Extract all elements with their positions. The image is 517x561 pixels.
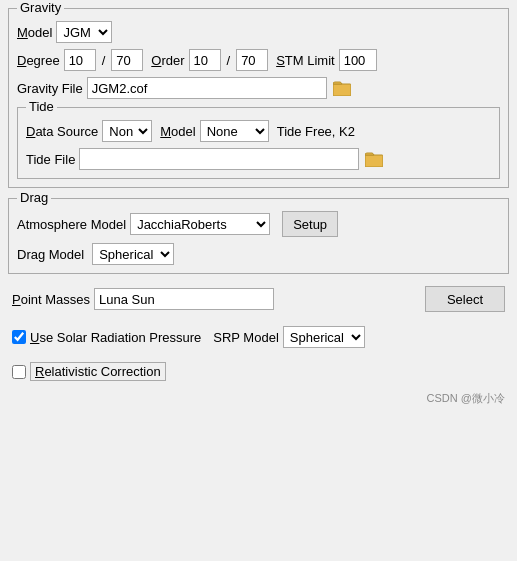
drag-model-row: Drag Model SphericalBox Wing: [17, 243, 500, 265]
tide-file-input[interactable]: [79, 148, 359, 170]
drag-group: Drag Atmosphere Model JacchiaRobertsNRLM…: [8, 198, 509, 274]
tide-datasource-row: Data Source NonFile Model NoneModel1 Tid…: [26, 120, 491, 142]
gravity-order-label: Order: [151, 53, 184, 68]
gravity-order-input[interactable]: [189, 49, 221, 71]
gravity-file-input[interactable]: [87, 77, 327, 99]
point-masses-select-button[interactable]: Select: [425, 286, 505, 312]
drag-setup-button[interactable]: Setup: [282, 211, 338, 237]
point-masses-label: Point Masses: [12, 292, 90, 307]
svg-rect-0: [333, 84, 351, 96]
drag-atmosphere-select[interactable]: JacchiaRobertsNRLMSISEJacchia71: [130, 213, 270, 235]
drag-group-label: Drag: [17, 190, 51, 205]
gravity-file-row: Gravity File: [17, 77, 500, 99]
drag-model-select[interactable]: SphericalBox Wing: [92, 243, 174, 265]
gravity-model-label: Model: [17, 25, 52, 40]
tide-file-row: Tide File: [26, 148, 491, 170]
slash1: /: [102, 53, 106, 68]
gravity-degree-input[interactable]: [64, 49, 96, 71]
tide-group: Tide Data Source NonFile Model NoneModel…: [17, 107, 500, 179]
gravity-order-max-input[interactable]: [236, 49, 268, 71]
gravity-group: Gravity Model JGMEGMGEM Degree / Order /…: [8, 8, 509, 188]
watermark: CSDN @微小冷: [8, 391, 509, 406]
gravity-stm-input[interactable]: [339, 49, 377, 71]
relativistic-checkbox[interactable]: [12, 365, 26, 379]
relativistic-row: Relativistic Correction: [8, 362, 509, 381]
relativistic-label: Relativistic Correction: [30, 362, 166, 381]
point-masses-input[interactable]: [94, 288, 274, 310]
solar-radiation-row: Use Solar Radiation Pressure SRP Model S…: [8, 326, 509, 348]
tide-datasource-label: Data Source: [26, 124, 98, 139]
gravity-file-label: Gravity File: [17, 81, 83, 96]
drag-model-label: Drag Model: [17, 247, 84, 262]
gravity-group-label: Gravity: [17, 0, 64, 15]
gravity-file-folder-button[interactable]: [331, 77, 353, 99]
slash2: /: [227, 53, 231, 68]
drag-atmosphere-label: Atmosphere Model: [17, 217, 126, 232]
main-container: Gravity Model JGMEGMGEM Degree / Order /…: [0, 0, 517, 414]
tide-group-label: Tide: [26, 99, 57, 114]
svg-rect-1: [365, 155, 383, 167]
gravity-stm-label: STM Limit: [276, 53, 335, 68]
gravity-degree-label: Degree: [17, 53, 60, 68]
tide-datasource-select[interactable]: NonFile: [102, 120, 152, 142]
tide-file-folder-button[interactable]: [363, 148, 385, 170]
drag-atmosphere-row: Atmosphere Model JacchiaRobertsNRLMSISEJ…: [17, 211, 500, 237]
srp-model-label: SRP Model: [213, 330, 279, 345]
gravity-model-row: Model JGMEGMGEM: [17, 21, 500, 43]
solar-radiation-label: Use Solar Radiation Pressure: [30, 330, 201, 345]
tide-free-label: Tide Free, K2: [277, 124, 355, 139]
gravity-degree-max-input[interactable]: [111, 49, 143, 71]
gravity-degree-row: Degree / Order / STM Limit: [17, 49, 500, 71]
tide-model-label: Model: [160, 124, 195, 139]
srp-model-select[interactable]: SphericalBox Wing: [283, 326, 365, 348]
gravity-model-select[interactable]: JGMEGMGEM: [56, 21, 112, 43]
tide-model-select[interactable]: NoneModel1: [200, 120, 269, 142]
point-masses-row: Point Masses Select: [8, 286, 509, 312]
tide-file-label: Tide File: [26, 152, 75, 167]
solar-radiation-checkbox[interactable]: [12, 330, 26, 344]
